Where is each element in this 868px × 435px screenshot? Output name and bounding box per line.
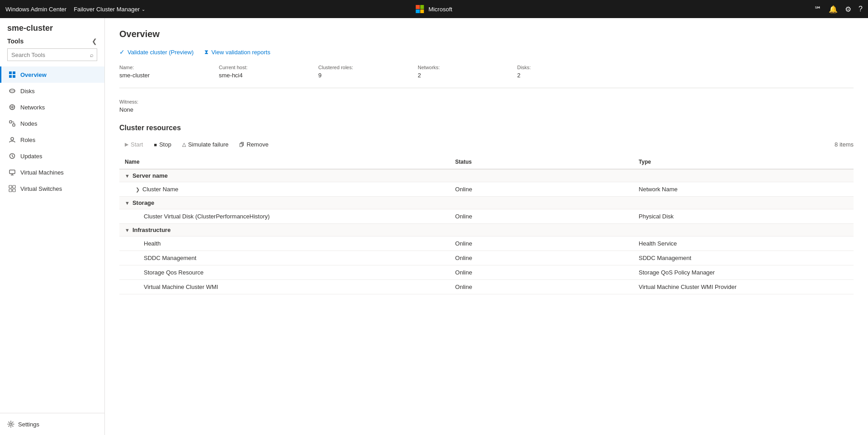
topbar-center: Microsoft bbox=[416, 5, 453, 13]
info-witness-label: Witness: bbox=[119, 99, 854, 104]
info-witness-value: None bbox=[119, 106, 854, 113]
remove-button[interactable]: 🗍 Remove bbox=[234, 139, 274, 150]
info-disks-label: Disks: bbox=[517, 65, 599, 70]
logo-red bbox=[416, 5, 420, 9]
microsoft-label: Microsoft bbox=[429, 6, 453, 13]
remove-icon: 🗍 bbox=[239, 142, 244, 147]
networks-icon bbox=[9, 104, 16, 111]
info-disks: Disks: 2 bbox=[517, 65, 599, 79]
row-type: SDDC Management bbox=[633, 251, 854, 265]
svg-rect-20 bbox=[13, 189, 15, 192]
sidebar: sme-cluster Tools ❮ ⌕ Overview Di bbox=[0, 18, 105, 435]
sidebar-item-overview[interactable]: Overview bbox=[0, 66, 104, 83]
col-header-type: Type bbox=[633, 155, 854, 169]
info-current-host: Current host: sme-hci4 bbox=[219, 65, 300, 79]
cluster-name: sme-cluster bbox=[7, 24, 97, 33]
sidebar-item-nodes[interactable]: Nodes bbox=[0, 115, 104, 132]
notification-icon[interactable]: 🔔 bbox=[829, 5, 838, 14]
brand-label: Windows Admin Center bbox=[5, 6, 66, 13]
row-name: Health bbox=[119, 236, 450, 251]
row-type: Storage QoS Policy Manager bbox=[633, 265, 854, 280]
row-name: ❯Cluster Name bbox=[119, 182, 450, 197]
stop-icon: ■ bbox=[154, 142, 157, 147]
table-row[interactable]: Cluster Virtual Disk (ClusterPerformance… bbox=[119, 209, 854, 224]
row-type: Physical Disk bbox=[633, 209, 854, 224]
nav-items: Overview Disks Networks Nodes bbox=[0, 66, 104, 413]
svg-rect-3 bbox=[13, 75, 15, 78]
nodes-icon bbox=[9, 120, 16, 127]
sidebar-item-updates[interactable]: Updates bbox=[0, 148, 104, 164]
row-expand-icon[interactable]: ❯ bbox=[136, 187, 140, 192]
table-row[interactable]: HealthOnlineHealth Service bbox=[119, 236, 854, 251]
svg-rect-8 bbox=[9, 121, 12, 123]
sidebar-item-networks-label: Networks bbox=[20, 104, 45, 111]
group-chevron-icon: ▼ bbox=[125, 173, 130, 179]
terminal-icon[interactable]: ℠ bbox=[814, 5, 821, 14]
search-input[interactable] bbox=[11, 52, 87, 58]
logo-blue bbox=[416, 9, 420, 14]
settings-icon[interactable]: ⚙ bbox=[845, 5, 851, 14]
search-box: ⌕ bbox=[7, 48, 97, 61]
info-networks-label: Networks: bbox=[418, 65, 499, 70]
tools-header: Tools ❮ bbox=[7, 38, 97, 45]
table-row[interactable]: Virtual Machine Cluster WMIOnlineVirtual… bbox=[119, 280, 854, 294]
tools-label: Tools bbox=[7, 38, 24, 45]
row-status: Online bbox=[450, 280, 633, 294]
virtual-switches-icon bbox=[9, 185, 16, 192]
cluster-resources-title: Cluster resources bbox=[119, 124, 854, 132]
sidebar-item-overview-label: Overview bbox=[20, 71, 47, 78]
view-reports-link[interactable]: ⧗ View validation reports bbox=[204, 48, 270, 56]
group-header-infrastructure[interactable]: ▼Infrastructure bbox=[119, 224, 854, 236]
sidebar-item-virtual-machines-label: Virtual Machines bbox=[20, 169, 64, 176]
svg-rect-14 bbox=[9, 170, 15, 174]
logo-green bbox=[420, 5, 424, 9]
validate-cluster-label: Validate cluster (Preview) bbox=[127, 49, 193, 56]
group-chevron-icon: ▼ bbox=[125, 227, 130, 233]
action-bar: ✓ Validate cluster (Preview) ⧗ View vali… bbox=[119, 48, 854, 56]
app-chevron-icon: ⌄ bbox=[142, 7, 145, 12]
overview-icon bbox=[9, 71, 16, 78]
table-row[interactable]: Storage Qos ResourceOnlineStorage QoS Po… bbox=[119, 265, 854, 280]
app-name-label: Failover Cluster Manager bbox=[74, 6, 140, 13]
sidebar-item-disks[interactable]: Disks bbox=[0, 83, 104, 99]
cluster-info-grid: Name: sme-cluster Current host: sme-hci4… bbox=[119, 65, 854, 88]
page-title: Overview bbox=[119, 29, 854, 39]
row-name: Storage Qos Resource bbox=[119, 265, 450, 280]
start-label: Start bbox=[131, 141, 143, 148]
start-button[interactable]: ▶ Start bbox=[119, 139, 148, 150]
validate-cluster-link[interactable]: ✓ Validate cluster (Preview) bbox=[119, 48, 193, 56]
virtual-machines-icon bbox=[9, 169, 16, 176]
info-host-label: Current host: bbox=[219, 65, 300, 70]
sidebar-item-networks[interactable]: Networks bbox=[0, 99, 104, 115]
simulate-icon: △ bbox=[182, 142, 186, 147]
info-networks-value: 2 bbox=[418, 72, 499, 79]
sidebar-item-nodes-label: Nodes bbox=[20, 120, 38, 127]
stop-button[interactable]: ■ Stop bbox=[148, 139, 176, 150]
settings-nav-item[interactable]: Settings bbox=[7, 417, 97, 431]
page: sme-cluster Tools ❮ ⌕ Overview Di bbox=[0, 18, 868, 435]
row-status: Online bbox=[450, 251, 633, 265]
info-networks: Networks: 2 bbox=[418, 65, 499, 79]
svg-rect-9 bbox=[13, 124, 15, 126]
simulate-label: Simulate failure bbox=[188, 141, 229, 148]
group-header-server-name[interactable]: ▼Server name bbox=[119, 169, 854, 182]
table-row[interactable]: SDDC ManagementOnlineSDDC Management bbox=[119, 251, 854, 265]
sidebar-footer: Settings bbox=[0, 413, 104, 435]
table-row[interactable]: ❯Cluster NameOnlineNetwork Name bbox=[119, 182, 854, 197]
info-witness: Witness: None bbox=[119, 99, 854, 113]
collapse-sidebar-button[interactable]: ❮ bbox=[92, 38, 97, 45]
help-icon[interactable]: ? bbox=[859, 5, 863, 13]
resource-toolbar-left: ▶ Start ■ Stop △ Simulate failure 🗍 Remo… bbox=[119, 139, 274, 150]
group-header-storage[interactable]: ▼Storage bbox=[119, 197, 854, 209]
row-name: Cluster Virtual Disk (ClusterPerformance… bbox=[119, 209, 450, 224]
settings-footer-label: Settings bbox=[18, 421, 39, 428]
table-header-row: Name Status Type bbox=[119, 155, 854, 169]
sidebar-item-virtual-machines[interactable]: Virtual Machines bbox=[0, 164, 104, 180]
sidebar-item-roles[interactable]: Roles bbox=[0, 132, 104, 148]
search-icon: ⌕ bbox=[90, 52, 94, 58]
row-status: Online bbox=[450, 265, 633, 280]
simulate-failure-button[interactable]: △ Simulate failure bbox=[177, 139, 234, 150]
roles-icon bbox=[9, 136, 16, 143]
app-selector[interactable]: Failover Cluster Manager ⌄ bbox=[74, 6, 145, 13]
sidebar-item-virtual-switches[interactable]: Virtual Switches bbox=[0, 180, 104, 197]
